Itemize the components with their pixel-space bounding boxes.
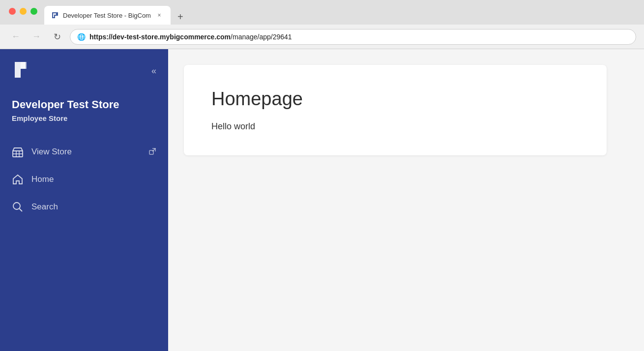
tab-close-button[interactable]: × [155,11,164,20]
forward-button[interactable]: → [29,29,44,45]
page-body: Hello world [211,121,579,132]
app-area: « Developer Test Store Employee Store [0,49,644,351]
view-store-label: View Store [31,147,141,157]
title-bar: Developer Test Store - BigCom × + [0,0,644,25]
back-button[interactable]: ← [8,29,24,45]
main-content: Homepage Hello world [168,49,644,351]
maximize-window-button[interactable] [30,8,37,15]
svg-point-7 [13,203,20,209]
tab-bar: Developer Test Store - BigCom × + [44,6,188,25]
url-path: /manage/app/29641 [231,33,292,41]
window-controls [9,8,37,15]
sidebar-header: « [0,49,168,90]
home-icon [12,174,24,185]
browser-frame: Developer Test Store - BigCom × + ← → ↻ … [0,0,644,351]
search-icon [12,201,24,213]
security-icon: 🌐 [77,33,86,41]
collapse-sidebar-button[interactable]: « [151,66,156,76]
bc-logo [12,59,33,83]
store-type: Employee Store [12,114,156,122]
sidebar-nav: View Store [0,138,168,221]
sidebar-item-view-store[interactable]: View Store [0,138,168,166]
url-bold: https://dev-test-store.mybigcommerce.com [89,33,231,41]
svg-line-8 [20,209,23,212]
search-label: Search [31,202,58,212]
tab-title: Developer Test Store - BigCom [63,12,151,19]
address-bar-row: ← → ↻ 🌐 https://dev-test-store.mybigcomm… [0,25,644,49]
address-bar[interactable]: 🌐 https://dev-test-store.mybigcommerce.c… [70,29,636,45]
store-info: Developer Test Store Employee Store [0,90,168,138]
external-link-icon [148,147,156,157]
store-icon [12,146,24,158]
home-label: Home [31,175,54,184]
reload-button[interactable]: ↻ [49,29,65,45]
close-window-button[interactable] [9,8,16,15]
minimize-window-button[interactable] [20,8,27,15]
sidebar-item-search[interactable]: Search [0,193,168,221]
store-name: Developer Test Store [12,98,156,111]
content-card: Homepage Hello world [184,65,607,155]
sidebar-item-home[interactable]: Home [0,166,168,193]
sidebar: « Developer Test Store Employee Store [0,49,168,351]
svg-line-6 [152,148,155,151]
active-tab[interactable]: Developer Test Store - BigCom × [44,6,171,25]
page-title: Homepage [211,88,579,110]
url-display: https://dev-test-store.mybigcommerce.com… [89,33,292,41]
tab-favicon [51,11,59,19]
new-tab-button[interactable]: + [173,9,188,25]
